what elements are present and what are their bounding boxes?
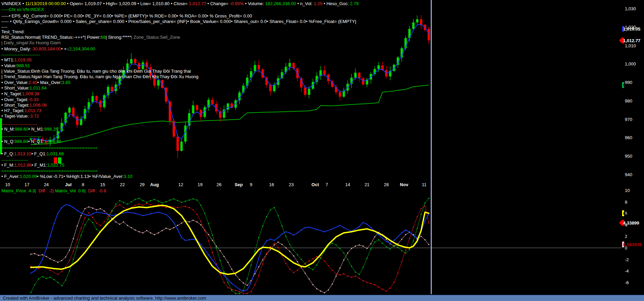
info-segment: 1,012.77: [189, 1, 206, 6]
matrix-red-marker: [150, 204, 151, 205]
matrix-green-marker: [363, 267, 364, 268]
matrix-green-marker: [424, 202, 425, 203]
status-text: Created with AmiBroker - advanced charti…: [3, 296, 206, 301]
matrix-blue-marker: [158, 212, 159, 213]
x-tick-24: 24: [44, 182, 49, 187]
matrix-red-marker: [324, 261, 325, 262]
matrix-red-marker: [328, 265, 329, 266]
candle-body: [142, 62, 144, 69]
matrix-pink-marker: [127, 225, 128, 226]
matrix-blue-marker: [274, 240, 275, 241]
matrix-red-marker: [277, 247, 278, 248]
matrix-pink-marker: [69, 250, 70, 251]
info-segment: 1,022.75: [47, 162, 64, 168]
x-tick-Aug: Aug: [150, 182, 159, 187]
matrix-blue-marker: [127, 212, 128, 213]
candle-body: [308, 89, 310, 95]
x-tick-Sep: Sep: [235, 182, 243, 187]
matrix-green-marker: [69, 270, 70, 272]
info-segment: • Volume:: [244, 1, 265, 6]
matrix-green-marker: [115, 204, 116, 205]
matrix-pink-marker: [428, 244, 429, 245]
info-segment: =====================================: [1, 168, 98, 173]
matrix-green-marker: [250, 265, 251, 266]
matrix-pink-marker: [347, 253, 348, 254]
x-tick-26: 26: [216, 182, 221, 187]
candle-body: [211, 100, 214, 104]
matrix-red-marker: [382, 289, 383, 290]
matrix-red-marker: [88, 212, 89, 213]
matrix-pink-marker: [100, 208, 101, 209]
matrix-pink-marker: [177, 225, 178, 226]
matrix-green-marker: [282, 226, 283, 227]
info-segment: 988.60: [15, 127, 28, 132]
info-segment: • F_Q:: [1, 151, 14, 156]
matrix-green-marker: [189, 200, 190, 201]
info-segment: 1,020.09: [20, 174, 37, 179]
matrix-red-marker: [363, 280, 364, 281]
info-segment: • Heso_Goc:: [322, 1, 350, 6]
matrix-blue-marker: [370, 227, 371, 228]
matrix-blue-marker: [378, 234, 379, 235]
info-line-13: | Value_Status:Đinh Gia Tang Truong. Đâu…: [1, 69, 191, 74]
matrix-red-marker: [262, 264, 263, 265]
info-line-1: VNINDEX • 11/13/2019 00:00:00 • Open= 1,…: [1, 1, 359, 6]
matrix-red-marker: [208, 240, 209, 241]
matrix-blue-marker: [289, 232, 290, 233]
info-line-11: • MT1:1,019.05: [1, 58, 32, 62]
matrix-red-marker: [343, 273, 344, 274]
matrix-green-marker: [262, 226, 263, 227]
matrix-pink-marker: [208, 234, 209, 235]
info-segment: | Trend_Status:Ngan Han Tang Truong. Đâu…: [1, 74, 198, 79]
candle-body: [130, 59, 133, 63]
info-segment: 2.45: [28, 80, 37, 85]
matrix-red-marker: [96, 222, 97, 224]
info-segment: • F_M:: [1, 162, 14, 168]
candle-body: [157, 80, 160, 86]
x-tick-19: 19: [198, 182, 202, 187]
info-segment: • N_Q:: [1, 139, 15, 144]
matrix-blue-marker: [216, 265, 217, 266]
x-tick-12: 12: [178, 182, 183, 187]
info-line-29: • F_M:1,012.86• F_M1:1,022.75: [1, 163, 64, 168]
matrix-blue-marker: [173, 222, 174, 223]
info-line-27: • F_Q:1,013.10• F_Q1:1,031.66: [1, 152, 64, 156]
info-segment: • N_M1:: [28, 127, 44, 132]
value-badge-6.01563: 6.01563: [622, 210, 624, 216]
info-segment: • Over_Value:: [1, 80, 28, 85]
info-segment: 2.79: [350, 1, 359, 6]
x-tick-Oct: Oct: [311, 182, 319, 187]
matrix-red-marker: [57, 274, 58, 275]
matrix-pink-marker: [162, 230, 163, 231]
matrix-blue-marker: [208, 254, 209, 255]
x-tick-23: 23: [289, 182, 294, 187]
matrix-green-marker: [42, 276, 43, 277]
value-badge-1,019.05: 1,019.05: [622, 26, 624, 32]
matrix-pink-marker: [293, 255, 294, 256]
matrix-red-marker: [119, 204, 120, 205]
matrix-green-marker: [177, 200, 178, 201]
matrix-green-marker: [108, 219, 109, 220]
price-label-1,000: 1,000: [625, 61, 636, 67]
matrix-red-marker: [162, 206, 163, 207]
matrix-pink-marker: [405, 234, 406, 235]
matrix-green-marker: [88, 219, 89, 220]
matrix-red-marker: [405, 250, 406, 251]
info-segment: 998.26: [44, 127, 58, 132]
matrix-pink-marker: [339, 267, 340, 268]
matrix-green-marker: [339, 248, 340, 249]
info-segment: • Value:: [1, 63, 16, 68]
matrix-yellow-avg-line: [31, 205, 429, 275]
chart-canvas[interactable]: [0, 0, 644, 301]
matrix-green-marker: [297, 254, 298, 255]
matrix-red-marker: [355, 276, 356, 277]
info-segment: 1,011.64: [29, 85, 47, 91]
candle-body: [180, 142, 183, 151]
info-segment: 1,012.86: [14, 162, 32, 168]
info-segment: -3.72: [29, 113, 39, 119]
matrix-pink-marker: [50, 258, 51, 259]
matrix-pink-marker: [96, 209, 97, 210]
matrix-red-marker: [69, 260, 70, 261]
info-segment: ----- • Qtrly_Earings_Growth= 0.000 • Sa…: [1, 19, 356, 24]
matrix-pink-marker: [38, 255, 39, 256]
